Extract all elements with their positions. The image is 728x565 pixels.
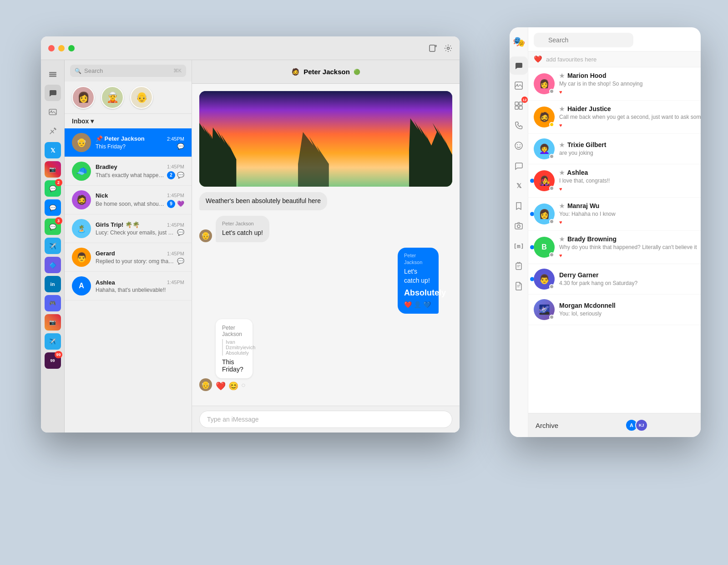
sidebar-item-tools[interactable] bbox=[45, 123, 61, 139]
floating-convo-derry[interactable]: 👨 Derry Garner 9:99 PM 4.30 for park han… bbox=[528, 264, 701, 295]
convo-avatar-gerard: 👨 bbox=[72, 248, 91, 267]
convo-avatar-peter: 👴 bbox=[72, 133, 91, 152]
convo-time-girls-trip: 1:45PM bbox=[167, 222, 184, 228]
sidebar-item-beeper[interactable]: 🔷 bbox=[45, 257, 61, 273]
card-text: This Friday? bbox=[222, 358, 246, 373]
floating-nav-document[interactable] bbox=[510, 277, 528, 295]
settings-icon[interactable] bbox=[444, 44, 452, 52]
floating-name-ashlea2: ★ Ashlea bbox=[559, 169, 588, 176]
chat-input[interactable]: Type an iMessage bbox=[199, 411, 452, 428]
floating-nav-camera[interactable] bbox=[510, 217, 528, 235]
titlebar bbox=[41, 36, 460, 60]
sidebar-item-photos[interactable] bbox=[45, 104, 61, 120]
archive-avatar-2: KJ bbox=[635, 419, 648, 432]
sidebar-item-whatsapp[interactable]: 💬 2 bbox=[45, 180, 61, 197]
convo-item-bradley[interactable]: 🧢 Bradley 1:45PM That's exactly what hap… bbox=[65, 157, 192, 186]
chat-header: 🧔 Peter Jackson 🟢 bbox=[192, 60, 460, 84]
floating-panel: 🎭 12 bbox=[510, 27, 701, 437]
outgoing-sender-label: Peter Jackson bbox=[404, 252, 432, 266]
compose-icon[interactable] bbox=[429, 44, 437, 52]
sidebar-item-imessage[interactable]: 💬 3 bbox=[45, 219, 61, 235]
floating-preview-marion: My car is in the shop! So annoying bbox=[559, 81, 701, 87]
reaction-heart: ❤️ bbox=[216, 381, 226, 391]
chat-input-area: Type an iMessage bbox=[192, 406, 460, 433]
heart-brady: ♥ bbox=[559, 253, 562, 258]
online-dot-trixie bbox=[549, 154, 554, 159]
floating-name-brady: ★ Brady Browning bbox=[559, 235, 617, 243]
search-placeholder: Search bbox=[84, 67, 171, 74]
sidebar-item-telegram[interactable]: ✈️ bbox=[45, 238, 61, 254]
sidebar-item-instagram2[interactable]: 📷 bbox=[45, 314, 61, 331]
floating-convo-trixie[interactable]: 👩‍🦱 ★ Trixie Gilbert 2:45PM are you joki… bbox=[528, 134, 701, 164]
floating-convo-manraj[interactable]: 👩 ★ Manraj Wu 2:45PM You: Hahaha no I kn… bbox=[528, 198, 701, 231]
sidebar-item-messages[interactable] bbox=[45, 85, 61, 101]
inbox-label: Inbox bbox=[72, 117, 89, 125]
heart-haider: ♥ bbox=[559, 122, 562, 128]
online-dot-ashlea2 bbox=[549, 186, 554, 191]
favorites-label: add favourites here bbox=[546, 56, 597, 63]
sidebar-item-slack[interactable]: 99 99 bbox=[45, 352, 61, 369]
sidebar-item-messenger[interactable]: 💬 bbox=[45, 199, 61, 216]
floating-nav-matrix[interactable]: [m] bbox=[510, 237, 528, 255]
close-button[interactable] bbox=[48, 45, 55, 51]
convo-item-nick[interactable]: 🧔 Nick 1:45PM Be home soon, what should … bbox=[65, 186, 192, 214]
story-avatars: 👩 🧝 👴 bbox=[65, 81, 192, 114]
maximize-button[interactable] bbox=[68, 45, 75, 51]
sidebar-item-instagram[interactable]: 📷 bbox=[45, 161, 61, 178]
story-avatar-1[interactable]: 👩 bbox=[72, 86, 95, 109]
sidebar-item-linkedin[interactable]: in bbox=[45, 276, 61, 292]
floating-nav-chat[interactable] bbox=[510, 56, 528, 75]
archive-bar: Archive A KJ ••• bbox=[528, 413, 701, 437]
convo-avatar-girls-trip: 🏝️ bbox=[72, 219, 91, 238]
story-avatar-2[interactable]: 🧝 bbox=[101, 86, 124, 109]
svg-rect-17 bbox=[515, 224, 522, 229]
convo-time-gerard: 1:45PM bbox=[167, 251, 184, 256]
floating-nav-phone[interactable] bbox=[510, 117, 528, 135]
convo-name-bradley: Bradley bbox=[96, 163, 117, 170]
svg-point-14 bbox=[515, 142, 522, 149]
floating-nav-grid[interactable]: 12 bbox=[510, 97, 528, 115]
convo-item-girls-trip[interactable]: 🏝️ Girls Trip! 🌴🌴 1:45PM Lucy: Check you… bbox=[65, 214, 192, 243]
floating-nav-emoji[interactable] bbox=[510, 137, 528, 155]
message-text-weather: Weather's been absolutely beautiful here bbox=[206, 197, 321, 204]
convo-badges-nick: 9 💜 bbox=[167, 200, 184, 208]
floating-nav-messages2[interactable] bbox=[510, 157, 528, 175]
quoted-sender: Ivan Dzmitryievich bbox=[226, 339, 246, 350]
favorites-bar: ❤️ add favourites here bbox=[528, 51, 701, 67]
sidebar-item-twitter[interactable]: 𝕏 bbox=[45, 142, 61, 158]
floating-user-avatar[interactable]: 🎭 bbox=[510, 33, 528, 51]
floating-nav-clipboard[interactable] bbox=[510, 257, 528, 275]
outgoing-preview-text: Let's catch up! bbox=[404, 267, 432, 285]
chat-panel: 🧔 Peter Jackson 🟢 bbox=[192, 60, 460, 433]
sidebar-item-layers[interactable] bbox=[45, 66, 61, 82]
convo-item-ashlea[interactable]: A Ashlea 1:45PM Hahaha, that's unbelieva… bbox=[65, 272, 192, 300]
floating-name-haider: ★ Haider Justice bbox=[559, 105, 611, 112]
convo-item-gerard[interactable]: 👨 Gerard 1:45PM Replied to your story: o… bbox=[65, 243, 192, 272]
search-icon: 🔍 bbox=[75, 68, 81, 74]
floating-convo-brady[interactable]: B ★ Brady Browning 2:45PM Why do you thi… bbox=[528, 231, 701, 264]
platform-icon-gerard: 💬 bbox=[177, 258, 184, 265]
svg-rect-0 bbox=[430, 45, 435, 51]
floating-name-morgan: Morgan Mcdonnell bbox=[559, 302, 616, 309]
floating-sidebar: 🎭 12 bbox=[510, 27, 528, 437]
floating-name-trixie: ★ Trixie Gilbert bbox=[559, 141, 606, 148]
inbox-chevron[interactable]: ▾ bbox=[91, 117, 94, 125]
floating-nav-bookmark[interactable] bbox=[510, 197, 528, 215]
reaction-add[interactable]: ○ bbox=[241, 381, 246, 391]
sidebar-item-discord[interactable]: 🎮 bbox=[45, 295, 61, 311]
floating-convo-morgan[interactable]: 🌌 Morgan Mcdonnell 9:99 PM You: lol, ser… bbox=[528, 295, 701, 325]
floating-search-input[interactable] bbox=[534, 33, 633, 47]
sidebar-item-telegram2[interactable]: ✈️ bbox=[45, 333, 61, 350]
floating-convo-marion[interactable]: 👩 ★ Marion Hood 2:45PM My car is in the … bbox=[528, 67, 701, 101]
floating-preview-ashlea2: I love that, congrats!! bbox=[559, 178, 701, 184]
floating-nav-twitter[interactable]: 𝕏 bbox=[510, 177, 528, 195]
floating-nav-media[interactable] bbox=[510, 76, 528, 95]
minimize-button[interactable] bbox=[58, 45, 65, 51]
search-input-wrapper[interactable]: 🔍 Search ⌘K bbox=[70, 65, 186, 77]
floating-convo-ashlea2[interactable]: 👩‍🎤 ★ Ashlea 2:45PM I love that, congrat… bbox=[528, 164, 701, 198]
message-incoming-catchup: Peter Jackson Let's catch up! bbox=[216, 216, 269, 242]
story-avatar-3[interactable]: 👴 bbox=[130, 86, 153, 109]
conversations-panel: 🔍 Search ⌘K 👩 🧝 👴 Inbox ▾ 👴 bbox=[65, 60, 192, 433]
convo-item-peter-jackson[interactable]: 👴 📌 Peter Jackson 2:45PM This Friday? 💬 bbox=[65, 128, 192, 157]
floating-convo-haider[interactable]: 🧔 ★ Haider Justice 2:45PM Call me back w… bbox=[528, 101, 701, 134]
